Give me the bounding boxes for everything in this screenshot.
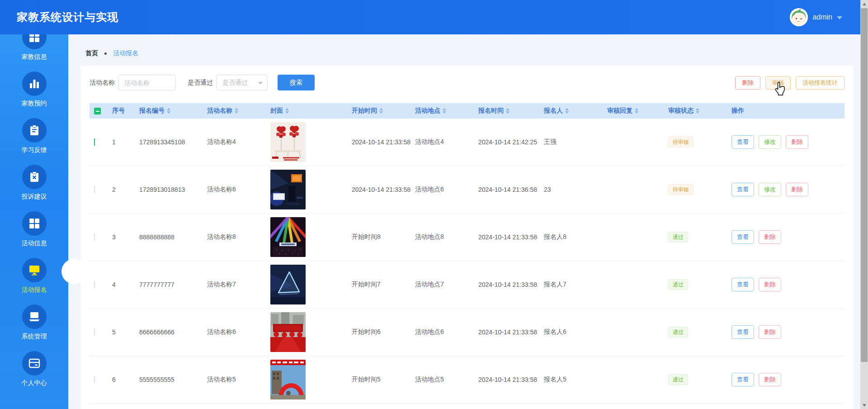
cell-index: 5 xyxy=(108,328,135,336)
sidebar-item-activity-info[interactable]: 活动信息 xyxy=(0,206,68,252)
scrollbar-up-arrow[interactable] xyxy=(860,0,868,8)
pass-filter-placeholder: 是否通过 xyxy=(222,79,248,87)
column-label: 封面 xyxy=(270,107,283,115)
view-button[interactable]: 查看 xyxy=(731,278,754,291)
table-row: 6 5555555555 活动名称5 开始时间5 活动地点5 2024-10-1… xyxy=(90,356,844,404)
delete-button[interactable]: 删除 xyxy=(786,135,808,149)
row-checkbox[interactable] xyxy=(94,233,95,241)
cell-signup-time: 2024-10-14 21:33:58 xyxy=(474,328,539,336)
sort-arrows-icon[interactable] xyxy=(167,108,170,114)
cover-thumbnail[interactable] xyxy=(270,122,347,162)
batch-delete-button[interactable]: 删除 xyxy=(735,76,760,90)
sidebar-item-study-feedback[interactable]: 学习反馈 xyxy=(0,113,68,159)
cell-activity-place: 活动地点7 xyxy=(410,281,474,289)
sidebar-item-label: 活动信息 xyxy=(22,239,47,247)
sort-arrows-icon[interactable] xyxy=(379,108,383,114)
column-header-cover: 封面 xyxy=(266,107,347,115)
cover-thumbnail[interactable] xyxy=(270,360,347,399)
activity-name-label: 活动名称 xyxy=(90,79,115,87)
sort-arrows-icon[interactable] xyxy=(285,108,289,114)
cell-signup-time: 2024-10-14 21:33:58 xyxy=(474,281,539,288)
column-label: 报名时间 xyxy=(478,107,504,115)
sort-arrows-icon[interactable] xyxy=(565,108,569,114)
cell-signup-person: 报名人7 xyxy=(539,281,603,289)
signup-stats-button[interactable]: 活动报名统计 xyxy=(796,76,844,90)
column-label: 审核状态 xyxy=(668,107,693,115)
sort-arrows-icon[interactable] xyxy=(506,108,509,114)
view-button[interactable]: 查看 xyxy=(731,230,754,244)
table-row: 3 8888888888 活动名称8 开始时间8 活动地点8 2024-10-1… xyxy=(90,214,844,261)
activity-name-input[interactable] xyxy=(118,75,176,90)
column-header-place: 活动地点 xyxy=(410,107,474,115)
column-label: 审核回复 xyxy=(607,107,632,115)
id-card-icon xyxy=(22,351,47,376)
cell-start-time: 2024-10-14 21:33:58 xyxy=(347,138,410,146)
review-button[interactable]: 审核 xyxy=(765,76,791,90)
user-avatar[interactable] xyxy=(790,8,808,26)
scrollbar-thumb[interactable] xyxy=(861,8,868,362)
cell-start-time: 开始时间8 xyxy=(347,233,410,241)
column-header-start: 开始时间 xyxy=(347,107,410,115)
edit-button[interactable]: 修改 xyxy=(759,135,781,149)
main-content: 首页 活动报名 活动名称 是否通过 是否通过 搜索 删除 审核 活动报名统计 xyxy=(68,34,860,409)
cell-signup-person: 报名人6 xyxy=(539,328,603,336)
row-checkbox[interactable] xyxy=(94,138,95,146)
user-menu[interactable]: admin xyxy=(790,0,842,34)
cell-signup-person: 报名人8 xyxy=(539,233,603,241)
delete-button[interactable]: 删除 xyxy=(759,230,781,244)
sort-arrows-icon[interactable] xyxy=(635,108,638,114)
sidebar-item-tutor-info[interactable]: 家教信息 xyxy=(0,34,68,66)
sidebar-item-tutor-booking[interactable]: 家教预约 xyxy=(0,66,68,113)
sort-arrows-icon[interactable] xyxy=(443,108,446,114)
cell-start-time: 开始时间6 xyxy=(347,328,410,336)
app-title: 家教系统设计与实现 xyxy=(17,10,118,24)
grid-icon xyxy=(22,34,47,49)
breadcrumb-home[interactable]: 首页 xyxy=(85,49,98,57)
cover-thumbnail[interactable] xyxy=(270,170,347,209)
row-checkbox[interactable] xyxy=(94,186,95,193)
cell-index: 2 xyxy=(108,186,135,193)
cell-activity-place: 活动地点4 xyxy=(410,138,474,146)
cell-operations: 查看删除 xyxy=(727,373,844,386)
scrollbar-down-arrow[interactable] xyxy=(860,401,868,409)
breadcrumb-current[interactable]: 活动报名 xyxy=(113,49,138,57)
column-header-activity: 活动名称 xyxy=(203,107,266,115)
sidebar-item-label: 学习反馈 xyxy=(22,146,47,154)
delete-button[interactable]: 删除 xyxy=(759,373,781,386)
sidebar-item-label: 家教信息 xyxy=(22,53,47,61)
row-checkbox[interactable] xyxy=(94,328,95,336)
cell-operations: 查看修改删除 xyxy=(727,135,844,149)
sort-arrows-icon[interactable] xyxy=(696,108,699,114)
cell-activity-name: 活动名称5 xyxy=(203,376,266,384)
view-button[interactable]: 查看 xyxy=(731,325,754,339)
select-all-checkbox[interactable] xyxy=(94,108,101,114)
sort-arrows-icon[interactable] xyxy=(235,108,238,114)
sidebar-item-label: 个人中心 xyxy=(22,379,47,387)
cell-operations: 查看删除 xyxy=(727,230,844,244)
cell-signup-person: 王强 xyxy=(539,138,603,146)
pass-filter-select[interactable]: 是否通过 xyxy=(217,75,268,90)
row-checkbox[interactable] xyxy=(94,281,95,288)
sidebar-item-complaints[interactable]: 投诉建议 xyxy=(0,159,68,206)
cell-signup-code: 6666666666 xyxy=(135,328,203,336)
row-checkbox[interactable] xyxy=(94,376,95,383)
cell-signup-time: 2024-10-14 21:36:58 xyxy=(474,186,539,193)
sidebar-item-system-management[interactable]: 系统管理 xyxy=(0,299,68,346)
cover-thumbnail[interactable] xyxy=(270,312,347,352)
view-button[interactable]: 查看 xyxy=(731,183,754,196)
search-button[interactable]: 搜索 xyxy=(278,75,315,90)
column-header-index: 序号 xyxy=(108,107,135,115)
delete-button[interactable]: 删除 xyxy=(759,278,781,291)
view-button[interactable]: 查看 xyxy=(731,135,754,149)
sidebar-item-activity-signup[interactable]: 活动报名 xyxy=(0,252,68,299)
view-button[interactable]: 查看 xyxy=(731,373,754,386)
cover-thumbnail[interactable] xyxy=(270,217,347,257)
column-header-code: 报名编号 xyxy=(135,107,203,115)
status-badge: 通过 xyxy=(668,232,688,243)
sidebar-item-personal-center[interactable]: 个人中心 xyxy=(0,346,68,392)
edit-button[interactable]: 修改 xyxy=(759,183,781,196)
cell-activity-place: 活动地点6 xyxy=(410,328,474,336)
delete-button[interactable]: 删除 xyxy=(786,183,808,196)
cover-thumbnail[interactable] xyxy=(270,265,347,304)
delete-button[interactable]: 删除 xyxy=(759,325,781,339)
